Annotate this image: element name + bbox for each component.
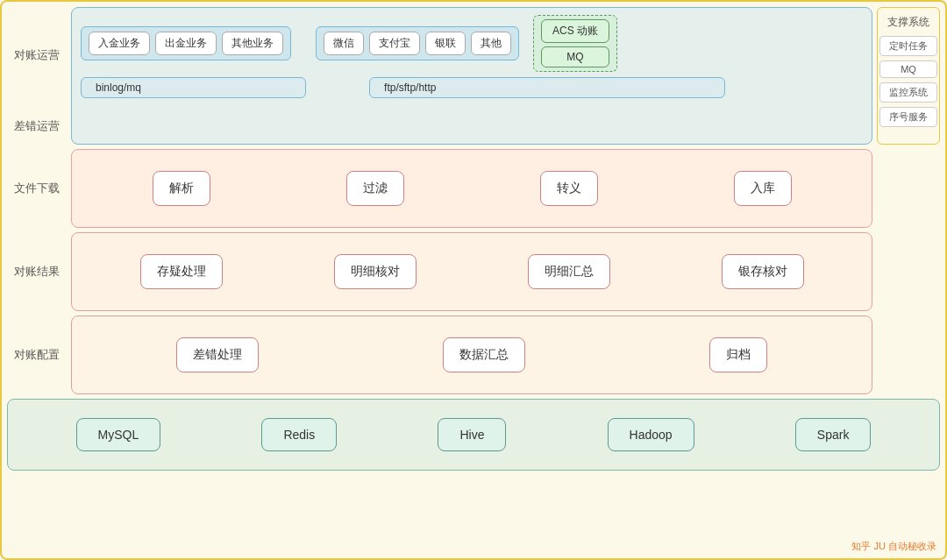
- chip-acs: ACS 动账: [541, 19, 609, 43]
- chip-hadoop: Hadoop: [608, 418, 694, 451]
- label-cuocuo-yunying: 差错运营: [7, 108, 67, 145]
- chip-mingxiHuizong: 明细汇总: [528, 254, 610, 289]
- chip-ruku: 入库: [734, 171, 792, 206]
- chip-alipay: 支付宝: [369, 32, 420, 55]
- row-reconcile-config: 对账配置 差错处理 数据汇总 归档: [7, 315, 940, 394]
- chip-guolv: 过滤: [346, 171, 404, 206]
- band-binlog: binlog/mq: [81, 77, 306, 98]
- band-ftp: ftp/sftp/http: [369, 77, 725, 98]
- support-box: 支撑系统 定时任务 MQ 监控系统 序号服务: [877, 7, 940, 145]
- row-reconcile-result: 对账结果 存疑处理 明细核对 明细汇总 银存核对: [7, 232, 940, 311]
- label-duizhang-peizhi: 对账配置: [7, 315, 67, 394]
- blue-row1: 入金业务 出金业务 其他业务 微信 支付宝 银联 其他 ACS 动账 MQ: [81, 15, 863, 72]
- chip-redis: Redis: [261, 418, 337, 451]
- chip-rujin: 入金业务: [89, 32, 150, 55]
- pink-section-result: 存疑处理 明细核对 明细汇总 银存核对: [71, 232, 872, 311]
- left-labels: 对账运营 差错运营: [7, 7, 67, 145]
- support-title: 支撑系统: [884, 13, 933, 32]
- chip-mq-green: MQ: [541, 46, 609, 67]
- label-duizhang-yunying: 对账运营: [7, 7, 67, 103]
- chip-chujin: 出金业务: [155, 32, 217, 55]
- label-wenjian-xiazai: 文件下载: [7, 149, 67, 228]
- blue-row2: binlog/mq ftp/sftp/http: [81, 77, 863, 98]
- blue-group-1: 入金业务 出金业务 其他业务: [81, 26, 291, 60]
- top-section: 对账运营 差错运营 入金业务 出金业务 其他业务 微信 支付宝 银联 其他: [7, 7, 940, 145]
- support-item-mq: MQ: [879, 60, 937, 78]
- chip-weixin: 微信: [324, 32, 364, 55]
- chip-jiexi: 解析: [153, 171, 210, 206]
- support-item-dingshi: 定时任务: [879, 36, 937, 56]
- pink-section-config: 差错处理 数据汇总 归档: [71, 315, 872, 394]
- label-duizhang-jieguo: 对账结果: [7, 232, 67, 311]
- chip-zhuanyi: 转义: [540, 171, 598, 206]
- main-container: 对账运营 差错运营 入金业务 出金业务 其他业务 微信 支付宝 银联 其他: [0, 0, 947, 560]
- chip-spark: Spark: [795, 418, 872, 451]
- watermark: 知乎 JU 自动秘收录: [851, 540, 936, 553]
- support-item-jiankong: 监控系统: [879, 82, 937, 103]
- chip-mysql: MySQL: [76, 418, 161, 451]
- green-box: ACS 动账 MQ: [533, 15, 617, 72]
- chip-cunyiChuli: 存疑处理: [140, 254, 223, 289]
- chip-yincunHedui: 银存核对: [722, 254, 804, 289]
- chip-qita2: 其他: [471, 32, 511, 55]
- blue-section: 入金业务 出金业务 其他业务 微信 支付宝 银联 其他 ACS 动账 MQ: [71, 7, 872, 145]
- blue-group-2: 微信 支付宝 银联 其他: [316, 26, 519, 60]
- row-file-download: 文件下载 解析 过滤 转义 入库: [7, 149, 940, 228]
- chip-guidang: 归档: [709, 337, 767, 372]
- chip-cuocuoChuli: 差错处理: [176, 337, 259, 372]
- pink-section-download: 解析 过滤 转义 入库: [71, 149, 872, 228]
- bottom-section: MySQL Redis Hive Hadoop Spark: [7, 399, 940, 471]
- chip-yinlian: 银联: [425, 32, 466, 55]
- chip-qita1: 其他业务: [222, 32, 283, 55]
- chip-mingxiHedui: 明细核对: [334, 254, 417, 289]
- chip-shujuHuizong: 数据汇总: [443, 337, 525, 372]
- support-item-xuhao: 序号服务: [879, 107, 937, 127]
- chip-hive: Hive: [438, 418, 506, 451]
